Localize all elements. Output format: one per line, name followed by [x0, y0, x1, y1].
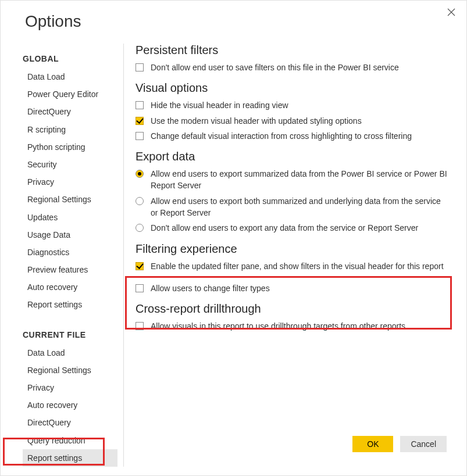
option-label: Allow users to change filter types — [151, 282, 449, 294]
sidebar-item-cf-privacy[interactable]: Privacy — [23, 379, 117, 396]
dialog-button-row: OK Cancel — [352, 436, 447, 452]
radio-export-none[interactable] — [136, 224, 144, 232]
checkbox-hide-visual-header[interactable] — [136, 101, 144, 109]
option-export-none[interactable]: Don't allow end users to export any data… — [136, 222, 449, 234]
checkbox-cross-report-drillthrough[interactable] — [136, 322, 144, 330]
sidebar-section-global: GLOBAL — [23, 54, 117, 63]
option-label: Allow end users to export summarized dat… — [151, 168, 449, 192]
option-label: Enable the updated filter pane, and show… — [151, 260, 449, 272]
sidebar-item-report-settings-global[interactable]: Report settings — [23, 296, 117, 313]
sidebar-item-power-query-editor[interactable]: Power Query Editor — [23, 85, 117, 103]
heading-cross-report: Cross-report drillthrough — [136, 302, 449, 316]
sidebar-item-cf-data-load[interactable]: Data Load — [23, 344, 117, 362]
content-pane: Persistent filters Don't allow end user … — [124, 44, 466, 467]
heading-visual-options: Visual options — [136, 81, 449, 95]
sidebar-item-usage-data[interactable]: Usage Data — [23, 226, 117, 244]
option-label: Change default visual interaction from c… — [151, 130, 449, 142]
ok-button[interactable]: OK — [352, 436, 393, 452]
sidebar-item-updates[interactable]: Updates — [23, 209, 117, 226]
checkbox-persistent-filters[interactable] — [136, 63, 144, 71]
option-enable-updated-filter-pane[interactable]: Enable the updated filter pane, and show… — [136, 260, 449, 272]
checkbox-change-filter-types[interactable] — [136, 284, 144, 292]
cancel-button[interactable]: Cancel — [400, 436, 447, 452]
option-modern-visual-header[interactable]: Use the modern visual header with update… — [136, 115, 449, 127]
option-change-filter-types[interactable]: Allow users to change filter types — [136, 282, 449, 294]
option-label: Use the modern visual header with update… — [151, 115, 449, 127]
options-dialog: Options GLOBAL Data Load Power Query Edi… — [0, 0, 467, 476]
close-button[interactable] — [444, 5, 458, 19]
heading-persistent-filters: Persistent filters — [136, 44, 449, 57]
sidebar-item-preview-features[interactable]: Preview features — [23, 261, 117, 278]
sidebar-item-auto-recovery[interactable]: Auto recovery — [23, 278, 117, 296]
sidebar-item-r-scripting[interactable]: R scripting — [23, 121, 117, 138]
sidebar-item-python-scripting[interactable]: Python scripting — [23, 138, 117, 156]
checkbox-enable-updated-filter-pane[interactable] — [136, 262, 144, 270]
checkbox-modern-visual-header[interactable] — [136, 117, 144, 125]
sidebar-section-current-file: CURRENT FILE — [23, 330, 117, 339]
option-label: Don't allow end users to export any data… — [151, 222, 449, 234]
sidebar-item-cf-regional-settings[interactable]: Regional Settings — [23, 362, 117, 379]
heading-filtering-experience: Filtering experience — [136, 242, 449, 256]
sidebar-item-regional-settings[interactable]: Regional Settings — [23, 191, 117, 208]
option-label: Hide the visual header in reading view — [151, 99, 449, 111]
sidebar-item-diagnostics[interactable]: Diagnostics — [23, 244, 117, 261]
dialog-body: GLOBAL Data Load Power Query Editor Dire… — [1, 37, 466, 467]
sidebar-item-cf-query-reduction[interactable]: Query reduction — [23, 432, 117, 449]
option-persistent-filters[interactable]: Don't allow end user to save filters on … — [136, 62, 449, 73]
option-label: Allow visuals in this report to use dril… — [151, 320, 449, 332]
sidebar-item-privacy[interactable]: Privacy — [23, 173, 117, 191]
sidebar-item-cf-report-settings[interactable]: Report settings — [23, 449, 117, 467]
sidebar-item-cf-auto-recovery[interactable]: Auto recovery — [23, 396, 117, 414]
option-cross-filtering[interactable]: Change default visual interaction from c… — [136, 130, 449, 142]
sidebar-item-cf-directquery[interactable]: DirectQuery — [23, 414, 117, 431]
option-hide-visual-header[interactable]: Hide the visual header in reading view — [136, 99, 449, 111]
option-export-both[interactable]: Allow end users to export both summarize… — [136, 195, 449, 219]
sidebar: GLOBAL Data Load Power Query Editor Dire… — [1, 44, 124, 467]
heading-export-data: Export data — [136, 150, 449, 163]
sidebar-item-data-load[interactable]: Data Load — [23, 68, 117, 85]
sidebar-item-security[interactable]: Security — [23, 156, 117, 173]
close-icon — [447, 8, 455, 16]
option-cross-report-drillthrough[interactable]: Allow visuals in this report to use dril… — [136, 320, 449, 332]
option-label: Don't allow end user to save filters on … — [151, 62, 449, 73]
dialog-title: Options — [1, 1, 466, 37]
radio-export-both[interactable] — [136, 197, 144, 205]
option-label: Allow end users to export both summarize… — [151, 195, 449, 219]
sidebar-item-directquery[interactable]: DirectQuery — [23, 103, 117, 120]
radio-export-summarized[interactable] — [136, 170, 144, 178]
checkbox-cross-filtering[interactable] — [136, 132, 144, 140]
option-export-summarized[interactable]: Allow end users to export summarized dat… — [136, 168, 449, 192]
